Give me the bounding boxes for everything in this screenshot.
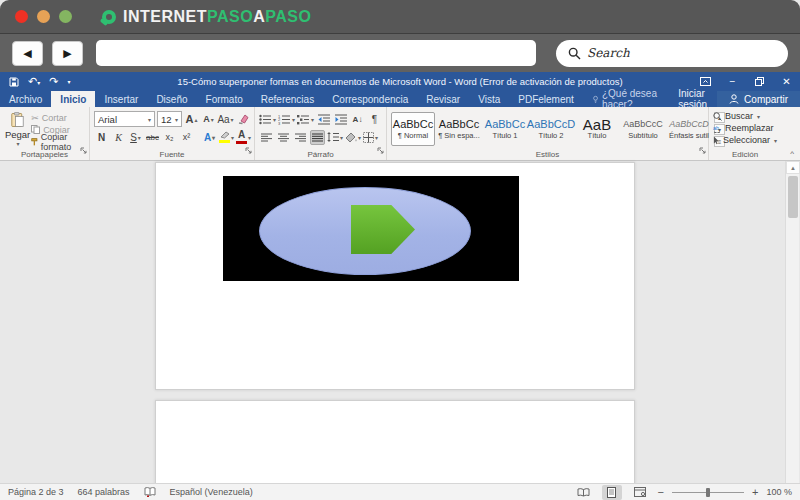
scrollbar-thumb[interactable] <box>788 176 798 218</box>
brand-logo-icon <box>102 10 116 24</box>
tab-insertar[interactable]: Insertar <box>95 91 147 107</box>
style-normal[interactable]: AaBbCc¶ Normal <box>391 112 435 146</box>
minimize-traffic-icon[interactable] <box>37 10 50 23</box>
tab-diseno[interactable]: Diseño <box>147 91 196 107</box>
font-size-select[interactable]: 12▾ <box>157 111 182 127</box>
tab-formato[interactable]: Formato <box>197 91 252 107</box>
zoom-traffic-icon[interactable] <box>59 10 72 23</box>
show-marks-icon[interactable]: ¶ <box>367 112 382 127</box>
estilos-dialog-launcher-icon[interactable] <box>699 140 706 158</box>
style-sin-espaciado[interactable]: AaBbCc¶ Sin espa... <box>437 112 481 146</box>
address-bar-input[interactable] <box>96 40 536 66</box>
highlight-color-button[interactable]: ▾ <box>219 130 234 145</box>
forward-button[interactable]: ▶ <box>52 41 83 66</box>
black-rectangle-shape[interactable] <box>223 176 519 281</box>
portapapeles-dialog-launcher-icon[interactable] <box>80 140 87 158</box>
tab-vista[interactable]: Vista <box>469 91 509 107</box>
scissors-icon: ✂ <box>31 113 39 123</box>
page-indicator[interactable]: Página 2 de 3 <box>8 487 64 497</box>
group-label-estilos: Estilos <box>387 150 708 159</box>
sort-icon[interactable]: A↓ <box>350 112 365 127</box>
app-window: INTERNETPASOAPASO ◀ ▶ Search ↶▾ ↷ ▾ 15-C… <box>0 0 800 500</box>
cut-button[interactable]: ✂Cortar <box>31 113 85 124</box>
collapse-ribbon-icon[interactable]: ^ <box>790 149 794 158</box>
document-title: 15-Cómo superponer formas en documentos … <box>0 76 800 87</box>
find-button[interactable]: Buscar▾ <box>713 110 777 122</box>
text-effects-button[interactable]: A▾ <box>202 130 217 145</box>
clear-formatting-icon[interactable] <box>235 112 250 127</box>
search-box[interactable]: Search <box>556 40 788 67</box>
parrafo-dialog-launcher-icon[interactable] <box>377 140 384 158</box>
tab-pdfelement[interactable]: PDFelement <box>509 91 583 107</box>
word-count[interactable]: 664 palabras <box>78 487 130 497</box>
tab-correspondencia[interactable]: Correspondencia <box>323 91 417 107</box>
zoom-in-button[interactable]: + <box>752 486 758 498</box>
shrink-font-button[interactable]: A▾ <box>201 112 216 127</box>
undo-icon[interactable]: ↶▾ <box>28 76 40 87</box>
italic-button[interactable]: K <box>111 130 126 145</box>
select-button[interactable]: Seleccionar▾ <box>713 134 777 146</box>
share-button[interactable]: Compartir <box>717 91 800 107</box>
zoom-slider-thumb[interactable] <box>706 488 710 497</box>
decrease-indent-icon[interactable] <box>316 112 331 127</box>
read-mode-icon[interactable] <box>574 485 594 500</box>
numbering-icon[interactable]: 123▾ <box>278 112 295 127</box>
style-titulo[interactable]: AaBTítulo <box>575 112 619 146</box>
justify-icon[interactable] <box>310 130 325 145</box>
fuente-dialog-launcher-icon[interactable] <box>245 140 252 158</box>
borders-icon[interactable]: ▾ <box>363 130 378 145</box>
clipboard-icon <box>8 112 27 128</box>
scroll-up-icon[interactable]: ▲ <box>786 161 800 174</box>
line-spacing-icon[interactable]: ▾ <box>327 130 343 145</box>
align-center-icon[interactable] <box>276 130 291 145</box>
proofing-status-icon[interactable] <box>144 487 156 497</box>
paste-button[interactable]: Pegar ▾ <box>4 110 31 147</box>
strikethrough-button[interactable]: abc <box>145 130 160 145</box>
style-titulo-2[interactable]: AaBbCcDTítulo 2 <box>529 112 573 146</box>
zoom-out-button[interactable]: − <box>658 486 664 498</box>
underline-button[interactable]: S▾ <box>128 130 143 145</box>
sign-in-button[interactable]: Iniciar sesión <box>668 91 717 107</box>
zoom-level[interactable]: 100 % <box>766 487 792 497</box>
document-page-1[interactable] <box>155 162 635 390</box>
tab-inicio[interactable]: Inicio <box>51 91 95 107</box>
close-button[interactable]: ✕ <box>773 72 800 91</box>
search-placeholder: Search <box>587 46 630 60</box>
brand-text: INTERNETPASOAPASO <box>123 8 311 26</box>
format-painter-button[interactable]: Copiar formato <box>31 136 85 147</box>
format-painter-icon <box>31 137 38 147</box>
replace-button[interactable]: abReemplazar <box>713 122 777 134</box>
back-button[interactable]: ◀ <box>12 41 43 66</box>
customize-qat-icon[interactable]: ▾ <box>67 79 70 85</box>
close-traffic-icon[interactable] <box>15 10 28 23</box>
language-indicator[interactable]: Español (Venezuela) <box>170 487 253 497</box>
align-right-icon[interactable] <box>293 130 308 145</box>
increase-indent-icon[interactable] <box>333 112 348 127</box>
web-layout-icon[interactable] <box>630 485 650 500</box>
shading-icon[interactable]: ▾ <box>345 130 361 145</box>
font-family-select[interactable]: Arial▾ <box>94 111 155 127</box>
multilevel-list-icon[interactable]: ▾ <box>297 112 314 127</box>
tab-revisar[interactable]: Revisar <box>417 91 469 107</box>
document-page-2[interactable] <box>155 400 635 490</box>
restore-button[interactable] <box>746 72 773 91</box>
bold-button[interactable]: N <box>94 130 109 145</box>
superscript-button[interactable]: x² <box>179 130 194 145</box>
redo-icon[interactable]: ↷ <box>49 76 58 87</box>
tell-me-box[interactable]: ¿Qué desea hacer? <box>583 91 668 107</box>
grow-font-button[interactable]: A▴ <box>184 112 199 127</box>
copy-icon <box>31 125 40 134</box>
style-titulo-1[interactable]: AaBbCcTítulo 1 <box>483 112 527 146</box>
save-icon[interactable] <box>9 77 19 87</box>
print-layout-icon[interactable] <box>602 485 622 500</box>
style-subtitulo[interactable]: AaBbCcCSubtítulo <box>621 112 665 146</box>
subscript-button[interactable]: x₂ <box>162 130 177 145</box>
vertical-scrollbar[interactable]: ▲ <box>785 161 799 483</box>
zoom-slider[interactable] <box>672 492 744 493</box>
tab-archivo[interactable]: Archivo <box>0 91 51 107</box>
align-left-icon[interactable] <box>259 130 274 145</box>
change-case-button[interactable]: Aa▾ <box>218 112 233 127</box>
tab-referencias[interactable]: Referencias <box>252 91 323 107</box>
bullets-icon[interactable]: ▾ <box>259 112 276 127</box>
minimize-button[interactable]: − <box>719 72 746 91</box>
